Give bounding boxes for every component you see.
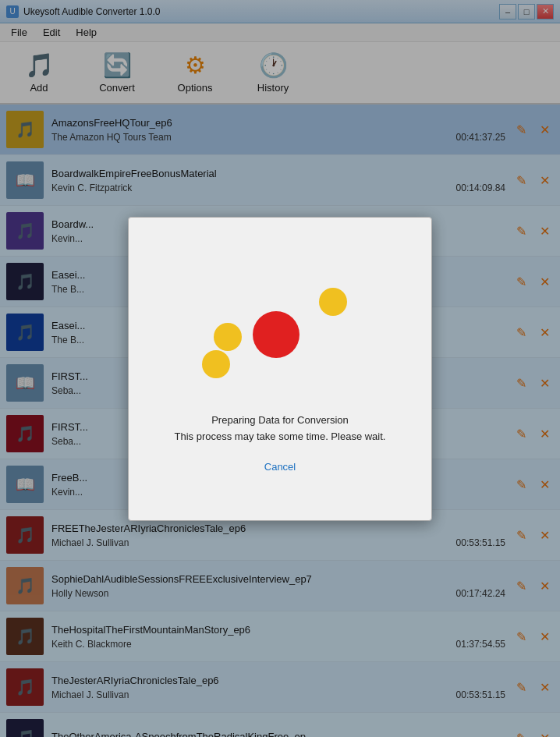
dot-yellow-top (319, 288, 347, 316)
conversion-dialog: Preparing Data for Conversion This proce… (128, 217, 432, 521)
dialog-text: Preparing Data for Conversion This proce… (175, 413, 386, 445)
dialog-cancel-button[interactable]: Cancel (264, 461, 296, 473)
dialog-line2: This process may take some time. Please … (175, 429, 386, 445)
conversion-overlay: Preparing Data for Conversion This proce… (0, 0, 560, 737)
loading-animation (194, 264, 366, 389)
dot-red (253, 311, 299, 358)
dialog-line1: Preparing Data for Conversion (175, 413, 386, 429)
dot-yellow-bottom (202, 350, 230, 378)
dot-yellow-left (214, 323, 242, 351)
